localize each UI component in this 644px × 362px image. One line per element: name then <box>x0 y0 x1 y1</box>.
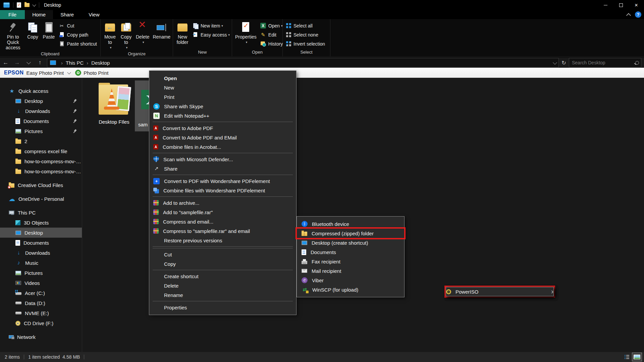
epson-app-label[interactable]: Easy Photo Print <box>26 70 64 76</box>
refresh-button[interactable]: ↻ <box>559 57 569 68</box>
sendto-item-mail-recipient[interactable]: Mail recipient <box>297 266 404 276</box>
paste-shortcut-button[interactable]: Paste shortcut <box>57 39 99 48</box>
menu-item-poweriso[interactable]: PowerISO <box>446 287 554 296</box>
sidebar-item-downloads[interactable]: Downloads <box>0 248 82 258</box>
close-button[interactable]: ✕ <box>629 0 644 10</box>
sidebar-item-compress-excel-file[interactable]: compress excel file <box>0 146 82 156</box>
menu-item-scan-with-microsoft-defender[interactable]: Scan with Microsoft Defender... <box>149 155 296 164</box>
sendto-item-bluetooth-device[interactable]: Bluetooth device <box>297 219 404 229</box>
menu-item-compress-and-email[interactable]: Compress and email... <box>149 217 296 226</box>
easy-access-button[interactable]: Easy access <box>191 30 232 39</box>
menu-item-print[interactable]: Print <box>149 92 296 102</box>
delete-button[interactable]: Delete <box>134 20 151 46</box>
sidebar-item-pictures[interactable]: Pictures <box>0 268 82 278</box>
address-dropdown-icon[interactable] <box>553 60 557 65</box>
breadcrumb[interactable]: › This PC › Desktop <box>47 58 559 67</box>
new-item-button[interactable]: New item <box>191 21 232 30</box>
back-button[interactable]: ← <box>0 57 11 68</box>
new-folder-quick-icon[interactable] <box>24 3 30 7</box>
sidebar-item-pictures[interactable]: Pictures <box>0 126 82 136</box>
menu-item-delete[interactable]: Delete <box>149 281 296 290</box>
sidebar-item-quick-access[interactable]: Quick access <box>0 86 82 96</box>
help-icon[interactable]: ? <box>635 11 641 18</box>
menu-item-edit-with-notepad[interactable]: Edit with Notepad++ <box>149 111 296 120</box>
new-folder-button[interactable]: New folder <box>174 20 191 46</box>
sidebar-item-acer-c[interactable]: Acer (C:) <box>0 288 82 298</box>
menu-item-copy[interactable]: Copy <box>149 259 296 268</box>
menu-item-add-to-archive[interactable]: Add to archive... <box>149 198 296 207</box>
properties-button[interactable]: Properties <box>233 20 258 46</box>
sidebar-item-nvme-e[interactable]: NVME (E:) <box>0 308 82 318</box>
sendto-item-winscp-for-upload[interactable]: WinSCP (for upload) <box>297 285 404 294</box>
tab-file[interactable]: File <box>0 10 25 19</box>
tab-view[interactable]: View <box>81 10 107 19</box>
menu-item-combine-files-with-wondershare-pdfelement[interactable]: Combine files with Wondershare PDFelemen… <box>149 186 296 195</box>
select-none-button[interactable]: Select none <box>284 30 327 39</box>
sidebar-item-2[interactable]: 2 <box>0 136 82 146</box>
menu-item-share[interactable]: Share <box>149 164 296 173</box>
thumbnail-view-button[interactable] <box>632 353 642 361</box>
menu-item-share-with-skype[interactable]: Share with Skype <box>149 102 296 111</box>
menu-item-restore-previous-versions[interactable]: Restore previous versions <box>149 236 296 245</box>
sendto-item-compressed-zipped-folder[interactable]: Compressed (zipped) folder <box>297 229 404 238</box>
menu-item-convert-to-adobe-pdf[interactable]: Convert to Adobe PDF <box>149 123 296 133</box>
sidebar-item-onedrive-personal[interactable]: OneDrive - Personal <box>0 194 82 204</box>
recent-locations-button[interactable] <box>23 57 34 68</box>
menu-item-rename[interactable]: Rename <box>149 290 296 300</box>
invert-selection-button[interactable]: Invert selection <box>284 39 327 48</box>
cut-button[interactable]: Cut <box>57 21 99 30</box>
sendto-item-documents[interactable]: Documents <box>297 247 404 257</box>
tab-home[interactable]: Home <box>25 10 53 19</box>
menu-item-add-to-samplefile-rar[interactable]: Add to "samplefile.rar" <box>149 207 296 217</box>
sidebar-item-music[interactable]: Music <box>0 258 82 268</box>
menu-item-convert-to-adobe-pdf-and-email[interactable]: Convert to Adobe PDF and EMail <box>149 133 296 142</box>
sidebar-item-desktop[interactable]: Desktop <box>0 96 82 106</box>
breadcrumb-this-pc[interactable]: This PC <box>66 60 84 66</box>
sidebar-item-this-pc[interactable]: This PC <box>0 207 82 218</box>
sidebar-item-documents[interactable]: Documents <box>0 238 82 248</box>
rename-button[interactable]: Rename <box>151 20 172 41</box>
select-all-button[interactable]: Select all <box>284 21 327 30</box>
tab-share[interactable]: Share <box>53 10 81 19</box>
restore-button[interactable] <box>613 0 629 10</box>
sidebar-item-network[interactable]: Network <box>0 332 82 342</box>
copy-path-button[interactable]: Copy path <box>57 30 99 39</box>
properties-quick-icon[interactable] <box>17 2 21 8</box>
sidebar-item-desktop[interactable]: Desktop <box>0 228 82 238</box>
open-button[interactable]: Open <box>258 21 285 30</box>
epson-dropdown-icon[interactable] <box>67 70 71 74</box>
menu-item-convert-to-pdf-with-wondershare-pdfelement[interactable]: Convert to PDF with Wondershare PDFeleme… <box>149 176 296 186</box>
edit-button[interactable]: Edit <box>258 30 285 39</box>
pin-to-quick-access-button[interactable]: Pin to Quick access <box>1 20 25 51</box>
collapse-ribbon-icon[interactable] <box>626 13 631 17</box>
menu-item-compress-to-samplefile-rar-and-email[interactable]: Compress to "samplefile.rar" and email <box>149 226 296 236</box>
details-view-button[interactable] <box>622 353 632 361</box>
sidebar-item-how-to-compress-mov-file[interactable]: how-to-compress-mov-file <box>0 156 82 166</box>
breadcrumb-desktop[interactable]: Desktop <box>91 60 110 66</box>
sidebar-item-creative-cloud-files[interactable]: Creative Cloud Files <box>0 180 82 190</box>
menu-item-cut[interactable]: Cut <box>149 250 296 259</box>
menu-item-new[interactable]: New <box>149 83 296 92</box>
history-button[interactable]: History <box>258 39 285 48</box>
forward-button[interactable]: → <box>11 57 23 68</box>
menu-item-properties[interactable]: Properties <box>149 303 296 312</box>
search-input[interactable] <box>569 60 635 65</box>
folder-tile-desktop-files[interactable]: Desktop FIles <box>94 82 134 125</box>
sidebar-item-videos[interactable]: Videos <box>0 278 82 288</box>
sidebar-item-documents[interactable]: Documents <box>0 116 82 126</box>
sendto-item-fax-recipient[interactable]: Fax recipient <box>297 257 404 266</box>
sidebar-item-3d-objects[interactable]: 3D Objects <box>0 218 82 228</box>
menu-item-open[interactable]: Open <box>149 73 296 83</box>
menu-item-combine-files-in-acrobat[interactable]: Combine files in Acrobat... <box>149 142 296 152</box>
copy-button[interactable]: Copy <box>25 20 41 41</box>
sendto-item-desktop-create-shortcut[interactable]: Desktop (create shortcut) <box>297 238 404 247</box>
photo-print-button[interactable]: Photo Print <box>84 70 108 76</box>
sidebar-item-how-to-compress-mov-file[interactable]: how-to-compress-mov-file <box>0 166 82 176</box>
move-to-button[interactable]: Move to <box>102 20 118 51</box>
menu-item-create-shortcut[interactable]: Create shortcut <box>149 272 296 281</box>
quick-access-toolbar-dropdown-icon[interactable] <box>32 3 36 6</box>
sidebar-item-cd-drive-f[interactable]: CD Drive (F:) <box>0 318 82 328</box>
sendto-item-viber[interactable]: Viber <box>297 276 404 285</box>
sidebar-item-data-d[interactable]: Data (D:) <box>0 298 82 308</box>
up-button[interactable]: ↑ <box>34 57 46 68</box>
